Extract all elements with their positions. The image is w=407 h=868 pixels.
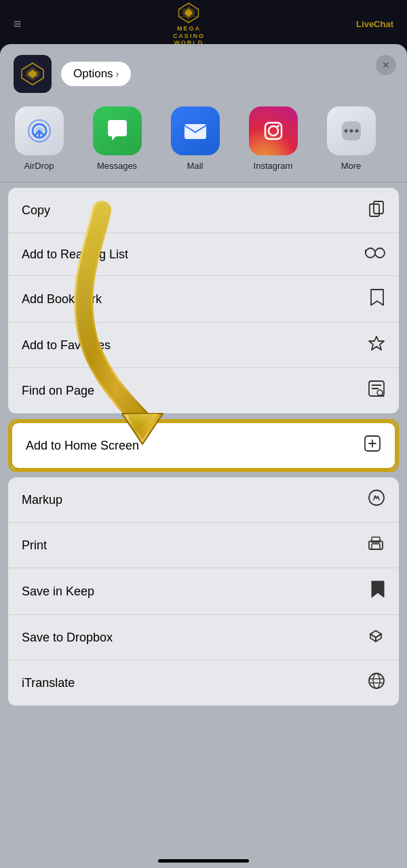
- messages-icon: [93, 106, 142, 155]
- bookmark-fill-icon: [370, 580, 385, 603]
- plus-square-icon: [364, 435, 381, 456]
- svg-point-23: [366, 248, 375, 258]
- action-itranslate[interactable]: iTranslate: [8, 660, 399, 706]
- reading-list-label: Add to Reading List: [22, 248, 128, 262]
- action-group-highlighted: Add to Home Screen: [8, 419, 399, 472]
- airdrop-icon: [15, 106, 64, 155]
- svg-point-20: [355, 130, 358, 133]
- action-print[interactable]: Print: [8, 523, 399, 568]
- svg-rect-14: [265, 123, 282, 139]
- svg-marker-27: [369, 336, 384, 350]
- share-actions: Copy Add to Reading List Add Bookmark Ad…: [0, 182, 407, 854]
- svg-point-19: [349, 130, 353, 133]
- app-item-airdrop[interactable]: AirDrop: [0, 106, 78, 171]
- svg-rect-22: [370, 204, 379, 216]
- action-find-on-page[interactable]: Find on Page: [8, 368, 399, 414]
- svg-point-16: [277, 125, 279, 127]
- favorites-label: Add to Favorites: [22, 338, 111, 353]
- options-button[interactable]: Options ›: [61, 62, 131, 86]
- add-home-screen-label: Add to Home Screen: [26, 439, 139, 453]
- action-add-home-screen[interactable]: Add to Home Screen: [10, 421, 397, 470]
- action-group-1: Copy Add to Reading List Add Bookmark Ad…: [8, 188, 399, 414]
- svg-marker-42: [376, 634, 381, 642]
- svg-point-43: [369, 673, 384, 688]
- svg-rect-38: [372, 544, 380, 549]
- copy-icon: [368, 199, 385, 221]
- share-header: Options › ✕: [0, 44, 407, 101]
- app-item-messages[interactable]: Messages: [78, 106, 156, 171]
- logo-diamond-icon: [176, 1, 201, 25]
- svg-point-24: [375, 248, 385, 258]
- home-indicator: [158, 859, 249, 863]
- print-label: Print: [22, 538, 47, 553]
- app-item-more[interactable]: More: [312, 106, 390, 171]
- save-dropbox-label: Save to Dropbox: [22, 631, 113, 645]
- share-sheet: Options › ✕ AirDrop: [0, 44, 407, 868]
- instagram-label: Instagram: [254, 161, 293, 171]
- itranslate-label: iTranslate: [22, 676, 75, 690]
- action-group-2: Markup Print Save in Keep Save to Dropbo…: [8, 477, 399, 706]
- star-icon: [368, 334, 385, 356]
- svg-point-31: [377, 390, 383, 395]
- app-item-mail[interactable]: Mail: [156, 106, 234, 171]
- more-label: More: [341, 161, 362, 171]
- close-icon: ✕: [382, 60, 390, 71]
- mail-label: Mail: [187, 161, 204, 171]
- mail-icon: [171, 106, 220, 155]
- hamburger-icon: ≡: [14, 16, 22, 32]
- markup-label: Markup: [22, 493, 62, 507]
- logo-area: MEGACASINOWORLD: [173, 1, 205, 47]
- svg-marker-40: [370, 631, 381, 637]
- action-reading-list[interactable]: Add to Reading List: [8, 233, 399, 276]
- bookmark-label: Add Bookmark: [22, 292, 102, 307]
- glasses-icon: [365, 245, 385, 264]
- bg-header: ≡ MEGACASINOWORLD LiveChat: [0, 0, 407, 47]
- app-logo-icon: [19, 60, 46, 87]
- close-button[interactable]: ✕: [376, 55, 396, 75]
- options-label: Options: [73, 67, 113, 81]
- messages-label: Messages: [97, 161, 137, 171]
- svg-point-18: [344, 130, 347, 133]
- find-on-page-label: Find on Page: [22, 384, 94, 398]
- print-icon: [366, 534, 385, 556]
- find-icon: [368, 380, 385, 401]
- chevron-right-icon: ›: [116, 68, 119, 79]
- action-markup[interactable]: Markup: [8, 477, 399, 523]
- share-app-icon: [14, 55, 52, 93]
- action-save-dropbox[interactable]: Save to Dropbox: [8, 615, 399, 660]
- instagram-icon: [249, 106, 298, 155]
- app-item-instagram[interactable]: Instagram: [234, 106, 312, 171]
- svg-point-15: [269, 126, 278, 136]
- share-apps-row: AirDrop Messages Mail: [0, 101, 407, 182]
- save-keep-label: Save in Keep: [22, 585, 94, 599]
- svg-marker-41: [370, 634, 376, 642]
- globe-icon: [368, 672, 385, 694]
- action-copy[interactable]: Copy: [8, 188, 399, 233]
- more-icon: [327, 106, 376, 155]
- action-bookmark[interactable]: Add Bookmark: [8, 276, 399, 323]
- copy-label: Copy: [22, 203, 50, 218]
- action-favorites[interactable]: Add to Favorites: [8, 323, 399, 368]
- bookmark-open-icon: [369, 288, 385, 311]
- markup-icon: [368, 489, 385, 511]
- airdrop-label: AirDrop: [24, 161, 54, 171]
- dropbox-icon: [366, 627, 385, 648]
- svg-point-44: [373, 673, 380, 688]
- livechat-icon: LiveChat: [356, 19, 393, 29]
- action-save-keep[interactable]: Save in Keep: [8, 568, 399, 615]
